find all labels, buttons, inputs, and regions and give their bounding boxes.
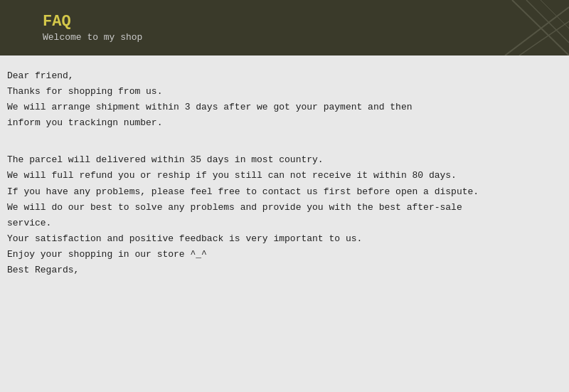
content-line6: If you have any problems, please feel fr…	[7, 184, 562, 200]
content-area: Dear friend, Thanks for shopping from us…	[0, 55, 569, 285]
svg-line-3	[505, 7, 569, 55]
header: FAQ Welcome to my shop	[0, 0, 569, 55]
content-line1: Thanks for shopping from us.	[7, 84, 562, 100]
header-decoration-icon	[427, 0, 569, 55]
content-line5: We will full refund you or reship if you…	[7, 168, 562, 184]
content-line8: service.	[7, 216, 562, 231]
header-subtitle: Welcome to my shop	[43, 32, 142, 43]
header-text: FAQ Welcome to my shop	[43, 13, 142, 43]
content-line4: The parcel will delivered within 35 days…	[7, 152, 562, 168]
content-line3: inform you trackingn number.	[7, 115, 562, 131]
content-spacer	[7, 131, 562, 152]
content-line2: We will arrange shipment within 3 days a…	[7, 100, 562, 115]
header-title: FAQ	[43, 13, 142, 31]
content-line11: Best Regards,	[7, 263, 562, 278]
content-line10: Enjoy your shopping in our store ^_^	[7, 247, 562, 263]
content-line7: We will do our best to solve any problem…	[7, 200, 562, 216]
greeting-line: Dear friend,	[7, 68, 562, 84]
content-line9: Your satisfaction and positive feedback …	[7, 231, 562, 247]
